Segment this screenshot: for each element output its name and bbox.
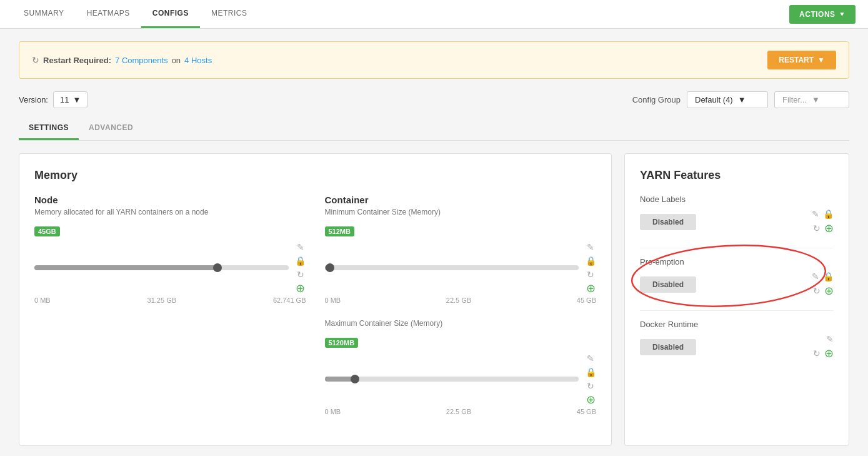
chevron-down-icon: ▼ bbox=[839, 11, 846, 18]
lock-icon[interactable]: 🔒 bbox=[585, 255, 596, 266]
edit-icon[interactable]: ✎ bbox=[812, 209, 819, 219]
components-link[interactable]: 7 Components bbox=[115, 56, 168, 65]
node-labels-control: Disabled ✎ 🔒 ↻ ⊕ bbox=[640, 209, 834, 235]
version-value: 11 bbox=[60, 95, 69, 104]
docker-runtime-actions-row: ✎ bbox=[826, 334, 834, 344]
refresh-icon[interactable]: ↻ bbox=[585, 380, 596, 392]
nav-tabs: SUMMARY HEATMAPS CONFIGS METRICS bbox=[12, 0, 258, 28]
refresh-icon: ↻ bbox=[32, 55, 39, 65]
docker-runtime-label: Docker Runtime bbox=[640, 320, 834, 329]
node-slider-thumb[interactable] bbox=[213, 263, 222, 272]
sub-tabs: SETTINGS ADVANCED bbox=[19, 118, 849, 141]
tab-summary[interactable]: SUMMARY bbox=[12, 0, 76, 28]
max-container-slider-icons: ✎ 🔒 ↻ ⊕ bbox=[585, 353, 596, 405]
config-group-value: Default (4) bbox=[695, 95, 733, 104]
preemption-actions-row2: ↻ ⊕ bbox=[813, 284, 834, 298]
restart-button[interactable]: RESTART ▼ bbox=[767, 51, 836, 69]
max-container-value-label: 5120MB bbox=[325, 338, 359, 348]
restart-required-label: Restart Required: bbox=[43, 56, 111, 65]
main-content: ↻ Restart Required: 7 Components on 4 Ho… bbox=[0, 29, 868, 456]
yarn-features-title: YARN Features bbox=[640, 169, 834, 182]
node-section: Node Memory allocated for all YARN conta… bbox=[34, 195, 306, 430]
add-icon[interactable]: ⊕ bbox=[295, 283, 306, 294]
feature-row-node-labels: Node Labels Disabled ✎ 🔒 ↻ ⊕ bbox=[640, 195, 834, 235]
tab-settings[interactable]: SETTINGS bbox=[19, 118, 79, 140]
feature-divider bbox=[640, 248, 834, 248]
edit-icon[interactable]: ✎ bbox=[295, 241, 306, 253]
edit-icon[interactable]: ✎ bbox=[812, 271, 819, 281]
node-labels-actions-row: ✎ 🔒 bbox=[812, 209, 834, 219]
node-labels-label: Node Labels bbox=[640, 195, 834, 204]
docker-runtime-control: Disabled ✎ ↻ ⊕ bbox=[640, 334, 834, 360]
min-container-value-label: 512MB bbox=[325, 226, 354, 236]
version-label: Version: bbox=[19, 95, 48, 104]
docker-runtime-actions-row2: ↻ ⊕ bbox=[813, 347, 834, 360]
refresh-icon[interactable]: ↻ bbox=[813, 286, 821, 296]
node-slider-track-wrap: ✎ 🔒 ↻ ⊕ bbox=[34, 241, 306, 294]
docker-runtime-disabled-btn[interactable]: Disabled bbox=[640, 339, 696, 355]
lock-icon[interactable]: 🔒 bbox=[295, 255, 306, 266]
add-icon[interactable]: ⊕ bbox=[824, 347, 834, 360]
add-icon[interactable]: ⊕ bbox=[824, 284, 834, 298]
edit-icon[interactable]: ✎ bbox=[826, 334, 834, 344]
panels-row: Memory Node Memory allocated for all YAR… bbox=[19, 153, 849, 446]
refresh-icon[interactable]: ↻ bbox=[585, 269, 596, 280]
node-labels-disabled-btn[interactable]: Disabled bbox=[640, 214, 696, 230]
memory-inner: Node Memory allocated for all YARN conta… bbox=[34, 195, 596, 430]
max-container-label: Maximum Container Size (Memory) bbox=[325, 319, 597, 328]
lock-icon[interactable]: 🔒 bbox=[585, 367, 596, 378]
max-container-slider-track-wrap: ✎ 🔒 ↻ ⊕ bbox=[325, 353, 597, 405]
feature-divider-2 bbox=[640, 310, 834, 311]
config-group-label: Config Group bbox=[632, 95, 681, 104]
refresh-icon[interactable]: ↻ bbox=[295, 269, 306, 280]
refresh-icon[interactable]: ↻ bbox=[813, 223, 821, 233]
max-container-slider-scale: 0 MB 22.5 GB 45 GB bbox=[325, 408, 597, 415]
min-container-label: Minimum Container Size (Memory) bbox=[325, 208, 597, 216]
min-container-slider-track[interactable] bbox=[325, 265, 579, 270]
node-slider-icons: ✎ 🔒 ↻ ⊕ bbox=[295, 241, 306, 294]
node-slider-fill bbox=[34, 265, 217, 270]
hosts-link[interactable]: 4 Hosts bbox=[184, 56, 212, 65]
actions-button[interactable]: ACTIONS ▼ bbox=[789, 5, 856, 24]
version-dropdown[interactable]: 11 ▼ bbox=[53, 91, 87, 108]
node-value-label: 45GB bbox=[34, 226, 60, 236]
node-slider-track[interactable] bbox=[34, 265, 289, 270]
lock-icon[interactable]: 🔒 bbox=[823, 209, 834, 219]
restart-banner: ↻ Restart Required: 7 Components on 4 Ho… bbox=[19, 41, 849, 79]
node-labels-actions-row2: ↻ ⊕ bbox=[813, 221, 834, 235]
min-container-slider-container: Minimum Container Size (Memory) 512MB ✎ bbox=[325, 208, 597, 304]
edit-icon[interactable]: ✎ bbox=[585, 353, 596, 364]
filter-dropdown[interactable]: Filter... ▼ bbox=[774, 91, 849, 108]
tab-metrics[interactable]: METRICS bbox=[200, 0, 259, 28]
node-slider-container: 45GB ✎ 🔒 ↻ ⊕ bbox=[34, 226, 306, 304]
memory-panel: Memory Node Memory allocated for all YAR… bbox=[19, 153, 612, 446]
tab-heatmaps[interactable]: HEATMAPS bbox=[76, 0, 141, 28]
preemption-control: Disabled ✎ 🔒 ↻ ⊕ bbox=[640, 271, 834, 298]
preemption-actions: ✎ 🔒 ↻ ⊕ bbox=[812, 271, 834, 298]
feature-row-docker-runtime: Docker Runtime Disabled ✎ ↻ ⊕ bbox=[640, 320, 834, 360]
tab-configs[interactable]: CONFIGS bbox=[141, 0, 200, 28]
container-title: Container bbox=[325, 195, 597, 205]
refresh-icon[interactable]: ↻ bbox=[813, 348, 821, 358]
edit-icon[interactable]: ✎ bbox=[585, 241, 596, 253]
config-group-dropdown[interactable]: Default (4) ▼ bbox=[687, 91, 768, 108]
min-container-slider-thumb[interactable] bbox=[326, 263, 334, 272]
preemption-actions-row: ✎ 🔒 bbox=[812, 271, 834, 281]
add-icon[interactable]: ⊕ bbox=[824, 221, 834, 235]
preemption-disabled-btn[interactable]: Disabled bbox=[640, 276, 696, 293]
node-desc: Memory allocated for all YARN containers… bbox=[34, 208, 306, 216]
add-icon[interactable]: ⊕ bbox=[585, 283, 596, 294]
min-container-slider-track-wrap: ✎ 🔒 ↻ ⊕ bbox=[325, 241, 597, 294]
max-container-slider-track[interactable] bbox=[325, 377, 579, 382]
top-navigation: SUMMARY HEATMAPS CONFIGS METRICS ACTIONS… bbox=[0, 0, 868, 29]
version-selector: Version: 11 ▼ bbox=[19, 91, 87, 108]
chevron-down-icon: ▼ bbox=[738, 95, 746, 104]
lock-icon[interactable]: 🔒 bbox=[823, 271, 834, 281]
filter-placeholder: Filter... bbox=[782, 95, 807, 104]
on-text: on bbox=[172, 56, 181, 65]
add-icon[interactable]: ⊕ bbox=[585, 394, 596, 405]
node-labels-actions: ✎ 🔒 ↻ ⊕ bbox=[812, 209, 834, 235]
max-container-slider-thumb[interactable] bbox=[351, 375, 359, 383]
tab-advanced[interactable]: ADVANCED bbox=[79, 118, 143, 140]
chevron-down-icon: ▼ bbox=[817, 56, 825, 64]
